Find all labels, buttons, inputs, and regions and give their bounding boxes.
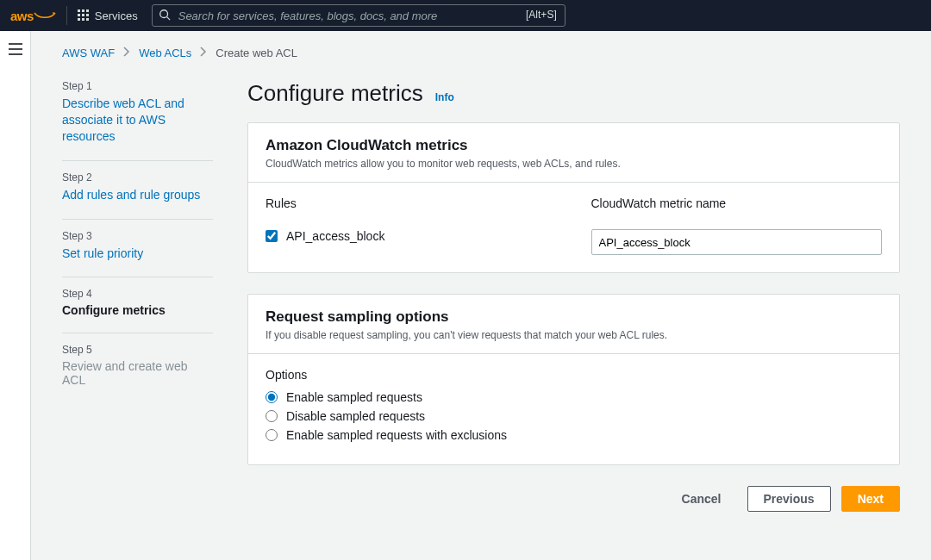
services-grid-icon: [78, 9, 90, 22]
step-number: Step 5: [62, 344, 213, 356]
search-shortcut: [Alt+S]: [526, 9, 557, 21]
step-3[interactable]: Step 3 Set rule priority: [62, 219, 213, 277]
wizard-footer-actions: Cancel Previous Next: [247, 486, 900, 546]
step-label: Add rules and rule groups: [62, 187, 213, 203]
rules-column-header: Rules: [266, 196, 557, 210]
svg-rect-3: [78, 14, 80, 16]
chevron-right-icon: [200, 47, 207, 59]
enable-sampling-exclusions-label[interactable]: Enable sampled requests with exclusions: [286, 428, 507, 442]
global-search: [Alt+S]: [152, 4, 565, 27]
panel-subtitle: CloudWatch metrics allow you to monitor …: [266, 158, 882, 170]
step-label-disabled: Review and create web ACL: [62, 359, 213, 387]
step-label-current: Configure metrics: [62, 303, 213, 317]
disable-sampling-radio[interactable]: [266, 410, 278, 422]
step-label: Describe web ACL and associate it to AWS…: [62, 96, 213, 145]
panel-title: Amazon CloudWatch metrics: [266, 137, 882, 154]
step-number: Step 2: [62, 171, 213, 184]
aws-logo-text: aws: [10, 9, 34, 23]
breadcrumb-current: Create web ACL: [216, 47, 297, 59]
cancel-button[interactable]: Cancel: [666, 486, 737, 512]
info-link[interactable]: Info: [435, 91, 454, 103]
svg-rect-2: [86, 9, 89, 12]
step-number: Step 1: [62, 80, 213, 92]
enable-sampling-radio[interactable]: [266, 391, 278, 403]
svg-point-9: [159, 10, 167, 18]
side-drawer-toggle-column: [0, 31, 31, 560]
search-input[interactable]: [152, 4, 565, 27]
svg-rect-5: [86, 14, 89, 16]
search-icon: [159, 9, 171, 23]
next-button[interactable]: Next: [841, 486, 900, 512]
rule-name-label: API_access_block: [286, 229, 384, 243]
disable-sampling-label[interactable]: Disable sampled requests: [286, 409, 425, 423]
svg-rect-8: [86, 18, 89, 21]
services-menu[interactable]: Services: [67, 9, 148, 22]
rule-checkbox[interactable]: [266, 230, 278, 242]
breadcrumb-web-acls[interactable]: Web ACLs: [139, 47, 191, 59]
previous-button[interactable]: Previous: [747, 486, 831, 512]
svg-rect-1: [82, 9, 84, 12]
metric-name-input[interactable]: [591, 229, 883, 255]
page-title: Configure metrics: [247, 80, 423, 107]
chevron-right-icon: [123, 47, 130, 59]
breadcrumb-aws-waf[interactable]: AWS WAF: [62, 47, 115, 59]
metric-name-column-header: CloudWatch metric name: [591, 196, 883, 210]
step-1[interactable]: Step 1 Describe web ACL and associate it…: [62, 80, 213, 160]
panel-subtitle: If you disable request sampling, you can…: [266, 329, 882, 341]
svg-rect-6: [78, 18, 80, 21]
panel-title: Request sampling options: [266, 308, 882, 326]
wizard-steps: Step 1 Describe web ACL and associate it…: [62, 80, 213, 402]
aws-logo[interactable]: aws: [10, 6, 67, 25]
step-4: Step 4 Configure metrics: [62, 277, 213, 333]
breadcrumb: AWS WAF Web ACLs Create web ACL: [62, 47, 900, 59]
services-label: Services: [95, 9, 138, 22]
request-sampling-panel: Request sampling options If you disable …: [247, 294, 900, 465]
svg-rect-0: [78, 9, 80, 12]
step-2[interactable]: Step 2 Add rules and rule groups: [62, 160, 213, 219]
svg-rect-4: [82, 14, 84, 16]
global-nav: aws Services [Alt+S]: [0, 0, 931, 31]
enable-sampling-label[interactable]: Enable sampled requests: [286, 390, 422, 404]
svg-line-10: [166, 17, 170, 21]
step-number: Step 4: [62, 288, 213, 300]
step-number: Step 3: [62, 230, 213, 242]
enable-sampling-exclusions-radio[interactable]: [266, 429, 278, 441]
aws-smile-icon: [34, 12, 56, 19]
options-label: Options: [266, 368, 882, 382]
step-label: Set rule priority: [62, 246, 213, 262]
cloudwatch-metrics-panel: Amazon CloudWatch metrics CloudWatch met…: [247, 122, 900, 273]
step-5: Step 5 Review and create web ACL: [62, 333, 213, 402]
svg-rect-7: [82, 18, 84, 21]
hamburger-icon[interactable]: [9, 43, 22, 560]
